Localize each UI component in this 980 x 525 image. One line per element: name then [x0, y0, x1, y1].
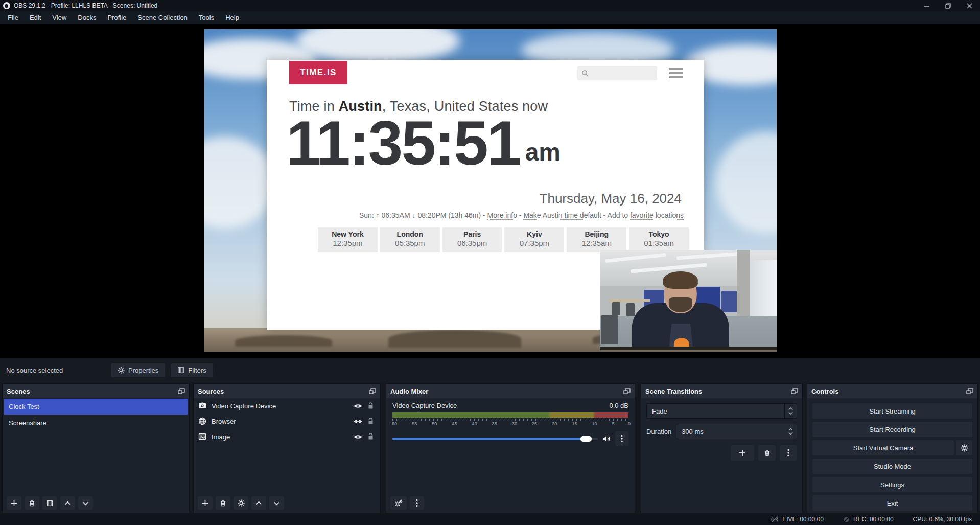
lock-open-icon[interactable] — [367, 402, 374, 409]
city-name: Tokyo — [629, 230, 689, 238]
close-button[interactable] — [959, 0, 980, 11]
visibility-eye-icon[interactable] — [354, 403, 362, 409]
scene-item-clock-test[interactable]: Clock Test — [4, 399, 188, 415]
transition-menu-button[interactable] — [780, 445, 797, 461]
menu-edit[interactable]: Edit — [24, 12, 46, 23]
city-time: 06:35pm — [442, 239, 502, 247]
controls-header: Controls — [807, 384, 977, 398]
current-date: Thursday, May 16, 2024 — [540, 191, 682, 207]
tick: -35 — [491, 421, 497, 426]
remove-transition-button[interactable] — [758, 445, 776, 461]
duration-spinbox[interactable]: 300 ms — [676, 424, 797, 439]
popout-icon[interactable] — [369, 388, 376, 394]
remove-scene-button[interactable] — [25, 496, 39, 510]
rec-time: REC: 00:00:00 — [853, 516, 894, 523]
sun-times: Sun: ↑ 06:35AM ↓ 08:20PM (13h 46m) — [359, 211, 481, 219]
chevron-up-icon — [788, 428, 793, 431]
city-time: 12:35am — [567, 239, 626, 247]
properties-label: Properties — [128, 367, 158, 374]
preview-canvas[interactable]: TIME.IS Time in Austin, Texas, United St… — [0, 24, 980, 358]
menu-help[interactable]: Help — [220, 12, 245, 23]
mixer-level-db: 0.0 dB — [609, 402, 628, 409]
move-scene-up-button[interactable] — [60, 496, 75, 510]
volume-slider-handle[interactable] — [580, 436, 592, 442]
scene-filters-button[interactable] — [42, 496, 57, 510]
source-label: Image — [212, 433, 348, 441]
lock-open-icon[interactable] — [367, 433, 374, 440]
start-streaming-button[interactable]: Start Streaming — [812, 403, 972, 419]
mixer-menu-button[interactable] — [410, 496, 424, 510]
scene-item-screenshare[interactable]: Screenshare — [4, 415, 188, 431]
kebab-icon — [416, 499, 418, 507]
chevron-down-icon — [788, 412, 793, 415]
move-source-down-button[interactable] — [269, 496, 284, 510]
webcam-chair — [601, 315, 618, 344]
meter-tick-labels: -60 -55 -50 -45 -40 -35 -30 -25 -20 -15 … — [390, 421, 631, 426]
filters-icon — [46, 500, 53, 507]
virtual-camera-settings-button[interactable] — [956, 440, 972, 455]
filters-button[interactable]: Filters — [171, 363, 213, 377]
add-source-button[interactable] — [198, 496, 213, 510]
minimize-button[interactable] — [916, 0, 937, 11]
properties-button[interactable]: Properties — [111, 363, 165, 377]
source-label: Browser — [212, 418, 348, 425]
add-scene-button[interactable] — [7, 496, 21, 510]
mixer-options-button[interactable] — [615, 431, 628, 446]
source-row-image[interactable]: Image — [194, 429, 380, 444]
more-info-link: More info — [487, 211, 517, 220]
settings-button[interactable]: Settings — [812, 477, 972, 492]
double-gear-icon — [394, 499, 403, 507]
start-virtual-camera-button[interactable]: Start Virtual Camera — [812, 440, 954, 455]
volume-slider[interactable] — [392, 438, 598, 440]
source-row-browser[interactable]: Browser — [194, 414, 380, 429]
lock-open-icon[interactable] — [367, 418, 374, 425]
image-icon — [198, 432, 206, 441]
start-recording-button[interactable]: Start Recording — [812, 422, 972, 437]
city-time-card: Beijing 12:35am — [567, 227, 626, 252]
hamburger-menu-icon — [669, 68, 683, 78]
duration-spin-arrows[interactable] — [784, 424, 797, 439]
move-scene-down-button[interactable] — [78, 496, 93, 510]
gear-icon — [238, 499, 245, 507]
menu-bar: File Edit View Docks Profile Scene Colle… — [0, 11, 980, 24]
filters-label: Filters — [188, 367, 206, 374]
studio-mode-button[interactable]: Studio Mode — [812, 459, 972, 474]
speaker-icon[interactable] — [602, 435, 611, 442]
menu-profile[interactable]: Profile — [102, 12, 132, 23]
sources-panel: Sources Video Capture Device Browser Ima… — [193, 383, 381, 514]
menu-file[interactable]: File — [2, 12, 24, 23]
exit-button[interactable]: Exit — [812, 495, 972, 511]
remove-source-button[interactable] — [216, 496, 230, 510]
transition-selected-value: Fade — [647, 407, 784, 415]
source-row-video-capture[interactable]: Video Capture Device — [194, 398, 380, 414]
transition-select[interactable]: Fade — [646, 403, 797, 419]
visibility-eye-icon[interactable] — [354, 418, 362, 425]
move-source-up-button[interactable] — [251, 496, 266, 510]
popout-icon[interactable] — [178, 388, 185, 394]
menu-scene-collection[interactable]: Scene Collection — [132, 12, 193, 23]
trash-icon — [220, 500, 226, 507]
menu-tools[interactable]: Tools — [193, 12, 220, 23]
cloud — [715, 131, 777, 234]
status-bar: LIVE: 00:00:00 REC: 00:00:00 CPU: 0.6%, … — [0, 514, 980, 525]
obs-window: OBS 29.1.2 - Profile: LLHLS BETA - Scene… — [0, 0, 980, 525]
chevron-down-icon — [273, 500, 280, 507]
popout-icon[interactable] — [966, 388, 973, 394]
popout-icon[interactable] — [791, 388, 798, 394]
gear-icon — [961, 444, 968, 452]
city-time: 07:35pm — [504, 239, 564, 247]
visibility-eye-icon[interactable] — [354, 433, 362, 440]
menu-docks[interactable]: Docks — [72, 12, 102, 23]
trash-icon — [29, 500, 35, 507]
source-properties-button[interactable] — [234, 496, 248, 510]
advanced-audio-button[interactable] — [390, 496, 407, 510]
transition-select-arrows[interactable] — [784, 404, 797, 418]
popout-icon[interactable] — [623, 388, 631, 394]
webcam-overlay — [600, 250, 777, 350]
tick: -60 — [390, 421, 397, 426]
restore-button[interactable] — [937, 0, 959, 11]
controls-title: Controls — [811, 387, 838, 395]
menu-view[interactable]: View — [46, 12, 72, 23]
add-transition-button[interactable] — [731, 445, 754, 461]
tick: -40 — [471, 421, 477, 426]
